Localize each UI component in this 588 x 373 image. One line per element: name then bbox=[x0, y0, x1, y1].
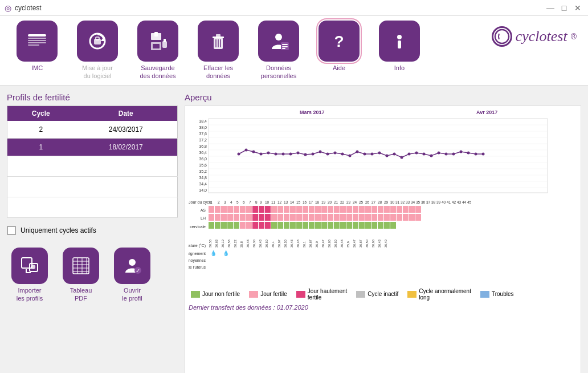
ouvrir-profil-button[interactable]: ✓ Ouvrirle profil bbox=[109, 248, 155, 303]
close-button[interactable]: ✕ bbox=[572, 2, 583, 14]
svg-point-92 bbox=[415, 151, 418, 154]
toolbar: IMC Mise à jourdu logiciel Sauv bbox=[0, 16, 588, 86]
svg-text:21: 21 bbox=[334, 200, 338, 204]
svg-text:LH: LH bbox=[201, 216, 206, 220]
svg-text:24: 24 bbox=[353, 200, 357, 204]
svg-rect-245 bbox=[371, 222, 377, 229]
cycle-value bbox=[7, 176, 75, 197]
svg-text:3: 3 bbox=[224, 200, 226, 204]
legend-hautement-fertile-color bbox=[296, 291, 305, 298]
svg-rect-228 bbox=[265, 222, 271, 229]
svg-text:35: 35 bbox=[416, 200, 420, 204]
svg-rect-0 bbox=[28, 34, 46, 37]
svg-point-76 bbox=[297, 151, 300, 154]
svg-rect-28 bbox=[398, 40, 401, 48]
svg-rect-191 bbox=[252, 214, 258, 221]
svg-rect-10 bbox=[154, 32, 158, 37]
toolbar-item-imc[interactable]: IMC bbox=[11, 21, 63, 72]
table-row[interactable] bbox=[7, 176, 178, 197]
toolbar-item-effacer[interactable]: Effacer lesdonnées bbox=[193, 21, 244, 80]
svg-text:6: 6 bbox=[243, 200, 245, 204]
svg-text:✓: ✓ bbox=[136, 267, 140, 274]
svg-text:36,47: 36,47 bbox=[353, 240, 356, 248]
importer-button[interactable]: Importerles profils bbox=[7, 248, 52, 303]
profiles-title: Profils de fertilité bbox=[7, 92, 178, 102]
svg-rect-214 bbox=[397, 214, 402, 221]
svg-text:36,43: 36,43 bbox=[246, 240, 250, 248]
svg-point-41 bbox=[129, 259, 136, 266]
svg-text:Jour du cycle: Jour du cycle bbox=[189, 200, 212, 205]
svg-rect-213 bbox=[390, 214, 396, 221]
svg-point-88 bbox=[386, 154, 389, 157]
svg-point-84 bbox=[356, 150, 359, 153]
svg-text:41: 41 bbox=[447, 200, 451, 204]
svg-rect-224 bbox=[240, 222, 246, 229]
table-row[interactable]: 2 24/03/2017 bbox=[7, 121, 178, 139]
svg-rect-189 bbox=[240, 214, 246, 221]
svg-text:14: 14 bbox=[290, 200, 295, 204]
profile-table: Cycle Date 2 24/03/2017 1 18/02/2017 bbox=[7, 106, 178, 218]
table-row[interactable]: 1 18/02/2017 bbox=[7, 138, 178, 156]
legend-anormal-color bbox=[407, 291, 416, 298]
app-icon: ◎ bbox=[5, 3, 11, 13]
importer-icon bbox=[11, 248, 48, 284]
svg-text:39: 39 bbox=[436, 200, 441, 204]
svg-rect-30 bbox=[22, 258, 32, 268]
svg-text:31: 31 bbox=[395, 200, 400, 204]
ouvrir-profil-label: Ouvrirle profil bbox=[122, 286, 142, 303]
svg-text:32: 32 bbox=[401, 200, 405, 204]
svg-rect-202 bbox=[321, 214, 327, 221]
table-row[interactable] bbox=[7, 197, 178, 217]
table-row[interactable] bbox=[7, 156, 178, 176]
svg-rect-230 bbox=[277, 222, 283, 229]
svg-rect-186 bbox=[221, 214, 227, 221]
legend-troubles: Troubles bbox=[480, 291, 514, 298]
toolbar-item-donnees[interactable]: Donnéespersonnelles bbox=[253, 21, 304, 80]
tableau-pdf-button[interactable]: TableauPDF bbox=[58, 248, 104, 303]
svg-text:30: 30 bbox=[390, 200, 395, 204]
toolbar-item-mise-a-jour[interactable]: Mise à jourdu logiciel bbox=[72, 21, 123, 80]
svg-rect-4 bbox=[28, 44, 39, 46]
svg-text:36,60: 36,60 bbox=[371, 240, 375, 248]
svg-rect-1 bbox=[28, 38, 46, 39]
pre-space bbox=[231, 110, 300, 115]
sauvegarde-label: Sauvegardedes données bbox=[140, 64, 176, 80]
legend-non-fertile-label: Jour non fertile bbox=[202, 291, 240, 297]
svg-rect-203 bbox=[328, 214, 333, 221]
svg-text:36,0: 36,0 bbox=[315, 241, 318, 248]
minimize-button[interactable]: — bbox=[545, 2, 556, 14]
svg-text:40: 40 bbox=[442, 200, 446, 204]
maximize-button[interactable]: □ bbox=[558, 2, 570, 14]
tableau-pdf-icon bbox=[63, 248, 99, 284]
mise-a-jour-icon bbox=[77, 21, 118, 62]
toolbar-item-aide[interactable]: ? Aide bbox=[313, 21, 365, 72]
svg-text:4: 4 bbox=[230, 200, 232, 204]
svg-rect-211 bbox=[378, 214, 383, 221]
svg-point-74 bbox=[282, 152, 285, 155]
svg-rect-158 bbox=[265, 206, 271, 213]
svg-text:36,47: 36,47 bbox=[321, 240, 325, 248]
svg-text:36,43: 36,43 bbox=[378, 240, 381, 248]
svg-text:44: 44 bbox=[462, 200, 467, 204]
active-cycles-filter[interactable]: Uniquement cycles actifs bbox=[7, 224, 178, 237]
svg-rect-160 bbox=[277, 206, 283, 213]
svg-text:36,67: 36,67 bbox=[309, 240, 312, 248]
toolbar-item-info[interactable]: Info bbox=[374, 21, 425, 72]
svg-rect-234 bbox=[303, 222, 308, 229]
date-value: 24/03/2017 bbox=[75, 121, 178, 139]
svg-point-90 bbox=[401, 156, 403, 159]
svg-rect-25 bbox=[282, 48, 285, 49]
toolbar-item-sauvegarde[interactable]: Sauvegardedes données bbox=[132, 21, 183, 80]
svg-text:45: 45 bbox=[467, 200, 472, 204]
svg-rect-155 bbox=[246, 206, 252, 213]
svg-text:20: 20 bbox=[328, 200, 332, 204]
left-panel: Profils de fertilité Cycle Date 2 24/03/… bbox=[7, 92, 178, 373]
svg-point-89 bbox=[393, 152, 396, 155]
svg-rect-221 bbox=[221, 222, 227, 229]
svg-point-69 bbox=[245, 148, 248, 151]
svg-text:15: 15 bbox=[296, 200, 301, 204]
svg-rect-197 bbox=[290, 214, 296, 221]
svg-rect-188 bbox=[234, 214, 239, 221]
svg-rect-14 bbox=[164, 39, 166, 42]
active-cycles-checkbox[interactable] bbox=[7, 226, 16, 235]
